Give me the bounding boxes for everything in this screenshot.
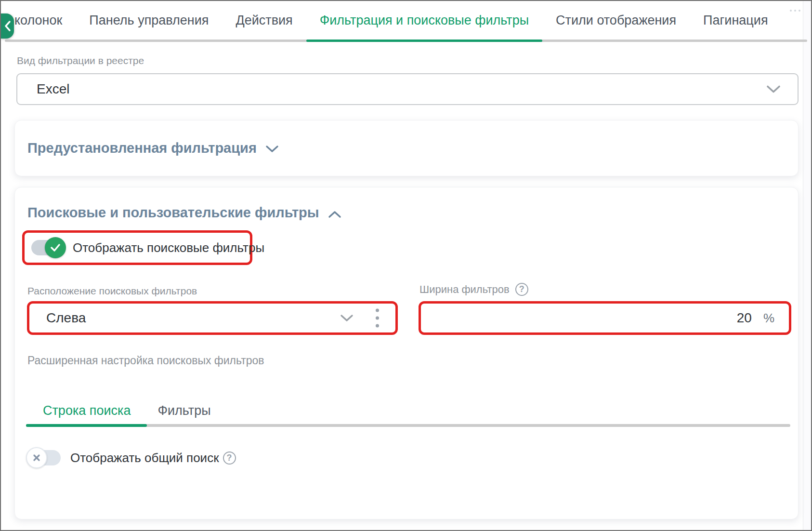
tab-display-styles[interactable]: Стили отображения <box>542 1 690 40</box>
filters-width-input[interactable]: 20 <box>737 310 752 326</box>
tab-filters[interactable]: Фильтры <box>157 403 210 418</box>
tab-label: Фильтрация и поисковые фильтры <box>320 13 529 28</box>
tab-label: Панель управления <box>89 13 209 28</box>
show-search-filters-toggle[interactable] <box>31 240 64 255</box>
annotation-highlight-width: 20 % <box>419 301 791 335</box>
chevron-down-icon <box>265 145 279 153</box>
filters-position-label: Расположение поисковых фильтров <box>27 285 197 297</box>
filters-width-label: Ширина фильтров <box>419 283 510 296</box>
filters-position-value: Слева <box>29 310 86 326</box>
chevron-up-icon <box>328 210 341 218</box>
active-tab-indicator <box>26 424 147 427</box>
ellipsis-icon <box>790 10 800 12</box>
show-general-search-toggle[interactable] <box>28 450 61 465</box>
search-filters-title: Поисковые и пользовательские фильтры <box>27 205 319 221</box>
tab-label: Пагинация <box>703 13 768 28</box>
advanced-settings-label: Расширенная настройка поисковых фильтров <box>27 354 264 367</box>
advanced-tabbar-divider <box>26 424 790 427</box>
tab-label: колонок <box>14 13 62 28</box>
tab-filtering[interactable]: Фильтрация и поисковые фильтры <box>306 1 542 40</box>
preset-filtering-title: Предустановленная фильтрация <box>27 140 257 156</box>
tab-search-row[interactable]: Строка поиска <box>43 403 131 418</box>
annotation-highlight-toggle: Отображать поисковые фильтры <box>22 230 252 265</box>
tab-pagination[interactable]: Пагинация <box>690 1 781 40</box>
show-general-search-label: Отображать общий поиск <box>70 451 219 465</box>
show-search-filters-label: Отображать поисковые фильтры <box>73 240 264 255</box>
scrollbar-track[interactable] <box>803 1 811 530</box>
advanced-tab-bar: Строка поиска Фильтры <box>43 403 211 418</box>
preset-filtering-header[interactable]: Предустановленная фильтрация <box>27 140 279 156</box>
help-icon[interactable]: ? <box>515 283 528 296</box>
filter-view-select[interactable]: Excel <box>16 73 799 105</box>
general-search-row: Отображать общий поиск ? <box>28 450 236 465</box>
preset-filtering-card: Предустановленная фильтрация <box>14 120 799 176</box>
search-filters-header[interactable]: Поисковые и пользовательские фильтры <box>27 205 341 221</box>
tab-actions[interactable]: Действия <box>222 1 306 40</box>
settings-panel: колонок Панель управления Действия Фильт… <box>0 0 812 531</box>
x-icon <box>26 447 47 468</box>
check-icon <box>45 237 66 258</box>
tab-bar: колонок Панель управления Действия Фильт… <box>1 1 782 40</box>
tab-label: Стили отображения <box>556 13 676 28</box>
help-icon[interactable]: ? <box>223 451 236 465</box>
tab-label: Действия <box>236 13 292 28</box>
tab-control-panel[interactable]: Панель управления <box>76 1 222 40</box>
annotation-highlight-position: Слева <box>27 301 398 335</box>
filter-view-label: Вид фильтрации в реестре <box>17 55 144 66</box>
chevron-down-icon[interactable] <box>340 314 354 322</box>
chevron-down-icon <box>766 85 781 94</box>
filters-width-label-row: Ширина фильтров ? <box>419 283 528 296</box>
chevron-left-icon <box>4 21 11 31</box>
search-filters-card: Поисковые и пользовательские фильтры Ото… <box>14 187 799 519</box>
filter-view-value: Excel <box>37 81 69 97</box>
collapse-panel-button[interactable] <box>1 13 14 39</box>
filters-width-unit: % <box>763 311 774 326</box>
kebab-menu-icon[interactable] <box>375 308 380 329</box>
